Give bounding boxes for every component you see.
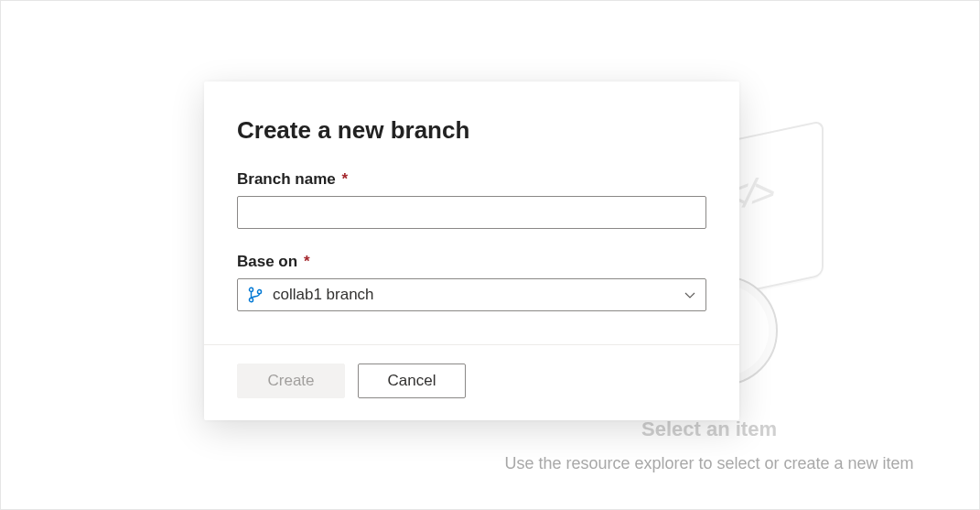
- branch-name-input[interactable]: [237, 196, 706, 229]
- branch-name-field: Branch name *: [237, 170, 706, 229]
- base-on-dropdown[interactable]: collab1 branch: [237, 278, 706, 311]
- cancel-button[interactable]: Cancel: [358, 364, 466, 398]
- branch-name-label: Branch name *: [237, 170, 706, 189]
- base-on-selected-value: collab1 branch: [273, 286, 684, 304]
- create-button[interactable]: Create: [237, 364, 345, 398]
- svg-point-2: [257, 290, 261, 294]
- base-on-label: Base on *: [237, 253, 706, 271]
- dialog-footer: Create Cancel: [204, 344, 739, 420]
- dialog-title: Create a new branch: [237, 116, 706, 145]
- chevron-down-icon: [684, 288, 696, 301]
- branch-name-label-text: Branch name: [237, 170, 336, 188]
- dialog-body: Create a new branch Branch name * Base o…: [204, 81, 739, 344]
- required-mark: *: [304, 253, 310, 270]
- svg-point-1: [249, 298, 253, 302]
- svg-point-0: [249, 288, 253, 291]
- create-branch-dialog: Create a new branch Branch name * Base o…: [204, 81, 739, 420]
- background-title: Select an item: [471, 418, 947, 441]
- base-on-field: Base on * collab1 branch: [237, 253, 706, 311]
- required-mark: *: [341, 170, 348, 188]
- base-on-label-text: Base on: [237, 253, 297, 270]
- background-subtitle: Use the resource explorer to select or c…: [453, 454, 965, 473]
- branch-icon: [247, 287, 264, 303]
